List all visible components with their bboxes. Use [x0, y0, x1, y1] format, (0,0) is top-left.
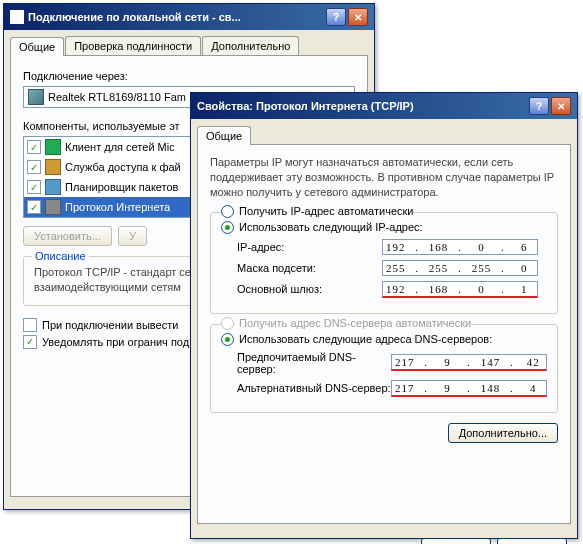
tab-auth[interactable]: Проверка подлинности	[65, 36, 201, 55]
dns1-input[interactable]: 217.9.147.42	[391, 354, 547, 371]
tabpanel-general: Параметры IP могут назначаться автоматич…	[197, 144, 571, 524]
dns2-row: Альтернативный DNS-сервер: 217.9.148.4	[221, 380, 547, 397]
ip-row: IP-адрес: 192.168.0.6	[221, 239, 547, 255]
radio-icon	[221, 333, 234, 346]
tab-general[interactable]: Общие	[10, 37, 64, 56]
radio-manual-ip[interactable]: Использовать следующий IP-адрес:	[221, 221, 547, 234]
radio-auto-dns: Получить адрес DNS-сервера автоматически	[221, 317, 471, 330]
nic-icon	[28, 89, 44, 105]
checkbox-icon[interactable]: ✓	[27, 180, 41, 194]
dns1-row: Предпочитаемый DNS-сервер: 217.9.147.42	[221, 351, 547, 375]
ip-label: IP-адрес:	[221, 241, 382, 253]
tab-advanced[interactable]: Дополнительно	[202, 36, 299, 55]
mask-input[interactable]: 255.255.255.0	[382, 260, 538, 276]
checkbox-icon[interactable]: ✓	[27, 200, 41, 214]
gateway-label: Основной шлюз:	[221, 283, 382, 295]
checkbox-label: При подключении вывести	[42, 319, 178, 331]
protocol-icon	[45, 199, 61, 215]
tcpip-properties-window: Свойства: Протокол Интернета (TCP/IP) ? …	[190, 92, 578, 539]
tabstrip: Общие	[191, 119, 577, 144]
intro-text: Параметры IP могут назначаться автоматич…	[210, 155, 558, 200]
tab-general[interactable]: Общие	[197, 126, 251, 145]
window-title: Свойства: Протокол Интернета (TCP/IP)	[197, 100, 529, 112]
connect-via-label: Подключение через:	[23, 70, 355, 82]
window-icon	[10, 10, 24, 24]
tabstrip: Общие Проверка подлинности Дополнительно	[4, 30, 374, 55]
close-button[interactable]: ✕	[348, 8, 368, 26]
ok-button[interactable]: OK	[421, 538, 491, 544]
mask-label: Маска подсети:	[221, 262, 382, 274]
radio-label: Использовать следующие адреса DNS-сервер…	[239, 333, 492, 345]
checkbox-icon[interactable]: ✓	[27, 140, 41, 154]
radio-icon	[221, 317, 234, 330]
scheduler-icon	[45, 179, 61, 195]
gateway-input[interactable]: 192.168.0.1	[382, 281, 538, 298]
help-button[interactable]: ?	[326, 8, 346, 26]
checkbox-icon	[23, 318, 37, 332]
gateway-row: Основной шлюз: 192.168.0.1	[221, 281, 547, 298]
item-label: Служба доступа к фай	[65, 161, 181, 173]
dns2-input[interactable]: 217.9.148.4	[391, 380, 547, 397]
service-icon	[45, 159, 61, 175]
radio-icon	[221, 205, 234, 218]
titlebar[interactable]: Подключение по локальной сети - св... ? …	[4, 4, 374, 30]
radio-auto-ip[interactable]: Получить IP-адрес автоматически	[221, 205, 413, 218]
adapter-name: Realtek RTL8169/8110 Fam	[48, 91, 186, 103]
radio-manual-dns[interactable]: Использовать следующие адреса DNS-сервер…	[221, 333, 547, 346]
ip-input[interactable]: 192.168.0.6	[382, 239, 538, 255]
dialog-buttons: OK Отмена	[191, 530, 577, 544]
advanced-button[interactable]: Дополнительно...	[448, 423, 558, 443]
close-button[interactable]: ✕	[551, 97, 571, 115]
uninstall-button: У	[118, 226, 147, 246]
dns2-label: Альтернативный DNS-сервер:	[221, 382, 391, 394]
checkbox-icon: ✓	[23, 335, 37, 349]
cancel-button[interactable]: Отмена	[497, 538, 567, 544]
item-label: Клиент для сетей Mic	[65, 141, 175, 153]
radio-label: Получить адрес DNS-сервера автоматически	[239, 317, 471, 329]
item-label: Протокол Интернета	[65, 201, 170, 213]
install-button: Установить...	[23, 226, 112, 246]
dns1-label: Предпочитаемый DNS-сервер:	[221, 351, 391, 375]
radio-label: Использовать следующий IP-адрес:	[239, 221, 423, 233]
dns-group: Получить адрес DNS-сервера автоматически…	[210, 324, 558, 413]
titlebar[interactable]: Свойства: Протокол Интернета (TCP/IP) ? …	[191, 93, 577, 119]
help-button[interactable]: ?	[529, 97, 549, 115]
description-legend: Описание	[32, 250, 89, 262]
radio-icon	[221, 221, 234, 234]
radio-label: Получить IP-адрес автоматически	[239, 205, 413, 217]
checkbox-icon[interactable]: ✓	[27, 160, 41, 174]
window-title: Подключение по локальной сети - св...	[28, 11, 326, 23]
item-label: Планировщик пакетов	[65, 181, 178, 193]
ip-group: Получить IP-адрес автоматически Использо…	[210, 212, 558, 314]
mask-row: Маска подсети: 255.255.255.0	[221, 260, 547, 276]
client-icon	[45, 139, 61, 155]
